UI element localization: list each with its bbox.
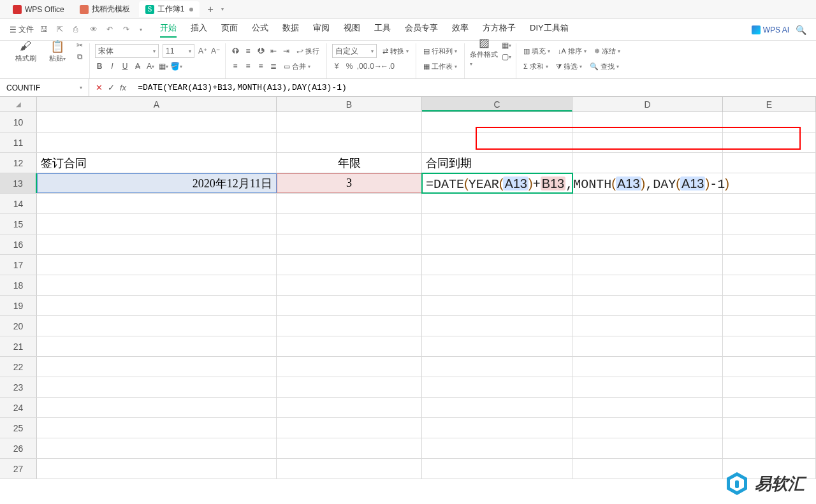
cell-E16[interactable]	[723, 234, 816, 254]
col-C[interactable]: C	[422, 97, 572, 112]
cell-A23[interactable]	[37, 377, 277, 397]
cell-C13[interactable]: =DATE(YEAR(A13)+B13,MONTH(A13),DAY(A13)-…	[422, 173, 572, 193]
filter-button[interactable]: ⧩筛选▾	[554, 61, 584, 72]
fill-color-icon[interactable]: 🪣▾	[171, 62, 180, 71]
row-header[interactable]: 13	[0, 173, 37, 193]
table-style-icon[interactable]: ▦▾	[502, 41, 511, 50]
sum-button[interactable]: Σ求和▾	[521, 61, 550, 72]
cell-B21[interactable]	[277, 336, 422, 356]
cell-E22[interactable]	[723, 357, 816, 377]
cell-D25[interactable]	[572, 418, 723, 438]
cell-style-icon[interactable]: ▢▾	[502, 52, 511, 61]
cell-E23[interactable]	[723, 377, 816, 397]
cell-A10[interactable]	[37, 112, 277, 132]
search-icon[interactable]: 🔍	[796, 25, 806, 35]
accept-formula-icon[interactable]: ✓	[108, 83, 115, 92]
cell-B20[interactable]	[277, 316, 422, 336]
cell-D14[interactable]	[572, 194, 723, 213]
row-header[interactable]: 25	[0, 418, 37, 438]
grow-font-icon[interactable]: A⁺	[198, 47, 207, 55]
print-icon[interactable]: ⎙	[73, 25, 84, 35]
cell-A11[interactable]	[37, 133, 277, 152]
cell-A20[interactable]	[37, 316, 277, 336]
cell-D19[interactable]	[572, 296, 723, 315]
cell-B24[interactable]	[277, 398, 422, 417]
cell-C12[interactable]: 合同到期	[422, 153, 572, 173]
cell-D15[interactable]	[572, 214, 723, 234]
new-tab-button[interactable]: +	[202, 3, 218, 17]
cell-D12[interactable]	[572, 153, 723, 173]
cell-D17[interactable]	[572, 255, 723, 275]
cell-E11[interactable]	[723, 133, 816, 152]
cut-icon[interactable]: ✂	[75, 41, 84, 50]
fill-button[interactable]: ▥填充▾	[521, 46, 552, 57]
cell-D10[interactable]	[572, 112, 723, 132]
cell-B26[interactable]	[277, 438, 422, 458]
cell-E21[interactable]	[723, 336, 816, 356]
cell-B16[interactable]	[277, 234, 422, 254]
row-header[interactable]: 10	[0, 112, 37, 132]
merge-button[interactable]: ▭合并▾	[282, 61, 312, 72]
cell-A14[interactable]	[37, 194, 277, 213]
row-header[interactable]: 15	[0, 214, 37, 234]
cell-E13[interactable]	[723, 173, 816, 193]
bold-icon[interactable]: B	[95, 62, 104, 71]
tab-data[interactable]: 数据	[282, 22, 299, 38]
col-B[interactable]: B	[277, 97, 422, 112]
file-menu[interactable]: ☰ 文件	[10, 24, 34, 35]
wrap-button[interactable]: ⮐换行	[295, 46, 321, 57]
tab-start[interactable]: 开始	[160, 22, 177, 38]
currency-icon[interactable]: ¥	[332, 62, 341, 71]
row-header[interactable]: 21	[0, 336, 37, 356]
tab-view[interactable]: 视图	[344, 22, 360, 38]
row-header[interactable]: 26	[0, 438, 37, 458]
row-header[interactable]: 12	[0, 153, 37, 173]
col-E[interactable]: E	[723, 97, 816, 112]
cell-C17[interactable]	[422, 255, 572, 275]
cell-B11[interactable]	[277, 133, 422, 152]
redo-icon[interactable]: ↷	[123, 25, 133, 35]
row-header[interactable]: 27	[0, 459, 37, 479]
row-header[interactable]: 18	[0, 275, 37, 295]
cancel-formula-icon[interactable]: ✕	[96, 83, 103, 92]
row-header[interactable]: 20	[0, 316, 37, 336]
preview-icon[interactable]: 👁	[90, 25, 100, 35]
tab-menu-chevron-icon[interactable]: ▾	[221, 6, 224, 12]
cell-B27[interactable]	[277, 459, 422, 479]
row-header[interactable]: 11	[0, 133, 37, 152]
cell-D18[interactable]	[572, 275, 723, 295]
cell-C27[interactable]	[422, 459, 572, 479]
cell-E25[interactable]	[723, 418, 816, 438]
cell-D20[interactable]	[572, 316, 723, 336]
percent-icon[interactable]: %	[345, 62, 354, 71]
cell-E17[interactable]	[723, 255, 816, 275]
wps-ai-button[interactable]: WPS AI	[752, 25, 789, 34]
shrink-font-icon[interactable]: A⁻	[211, 47, 220, 55]
italic-icon[interactable]: I	[108, 62, 117, 71]
cell-D26[interactable]	[572, 438, 723, 458]
tab-page[interactable]: 页面	[221, 22, 238, 38]
cell-A15[interactable]	[37, 214, 277, 234]
cell-C25[interactable]	[422, 418, 572, 438]
cell-C23[interactable]	[422, 377, 572, 397]
undo-icon[interactable]: ↶	[106, 25, 117, 35]
cell-A17[interactable]	[37, 255, 277, 275]
row-header[interactable]: 16	[0, 234, 37, 254]
font-select[interactable]: 宋体▾	[95, 44, 159, 58]
row-header[interactable]: 23	[0, 377, 37, 397]
row-header[interactable]: 22	[0, 357, 37, 377]
cell-A19[interactable]	[37, 296, 277, 315]
export-icon[interactable]: ⇱	[57, 25, 67, 35]
cell-A21[interactable]	[37, 336, 277, 356]
cell-B22[interactable]	[277, 357, 422, 377]
cell-C18[interactable]	[422, 275, 572, 295]
dec-dec-icon[interactable]: ←.0	[383, 62, 392, 71]
cell-B19[interactable]	[277, 296, 422, 315]
cell-E18[interactable]	[723, 275, 816, 295]
cell-D21[interactable]	[572, 336, 723, 356]
cell-A13[interactable]: 2020年12月11日	[37, 173, 277, 193]
cell-C14[interactable]	[422, 194, 572, 213]
cell-B15[interactable]	[277, 214, 422, 234]
cell-D16[interactable]	[572, 234, 723, 254]
find-button[interactable]: 🔍查找▾	[588, 61, 621, 72]
